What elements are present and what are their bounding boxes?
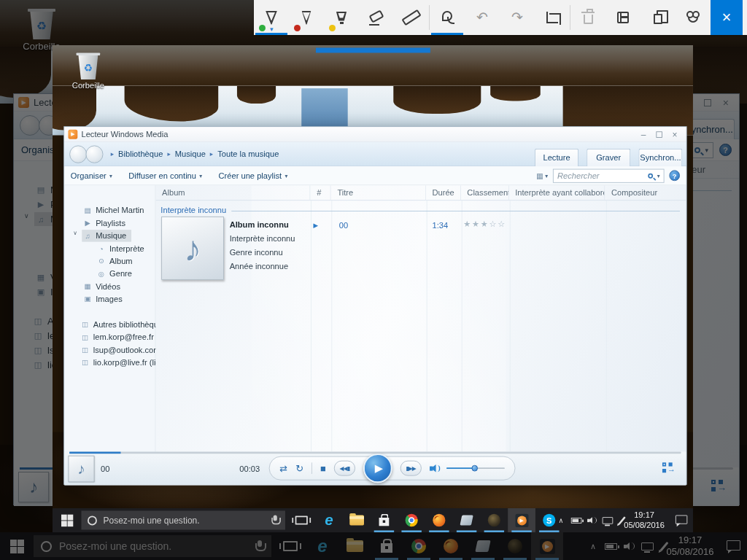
album-genre[interactable]: Genre inconnu — [230, 247, 283, 257]
cortana-search-box[interactable]: Posez-moi une question. — [81, 510, 285, 529]
tab-lecture[interactable]: Lecture — [535, 149, 578, 166]
tray-volume-icon[interactable] — [584, 508, 600, 532]
start-button[interactable] — [10, 540, 24, 553]
sidebar-item-michel-martin[interactable]: ▤Michel Martin — [83, 204, 144, 217]
start-button[interactable] — [61, 515, 73, 527]
view-options-button[interactable]: ▦ ▾ — [536, 171, 548, 180]
back-button[interactable] — [69, 145, 87, 163]
track-rating[interactable]: ★★★☆☆ — [463, 219, 506, 228]
column-number[interactable]: # — [311, 185, 331, 200]
cortana-search-box[interactable]: Posez-moi une question. — [34, 535, 271, 557]
action-center-button[interactable] — [676, 516, 687, 524]
forward-button[interactable] — [85, 145, 103, 163]
switch-to-now-playing-button[interactable]: → — [711, 480, 727, 493]
stop-button[interactable]: ■ — [320, 463, 326, 474]
maximize-button[interactable] — [704, 99, 711, 106]
save-button[interactable] — [605, 0, 640, 35]
sidebar-item-videos[interactable]: ▦Vidéos — [83, 281, 120, 293]
album-artist[interactable]: Interprète inconnu — [230, 233, 295, 243]
chevron-expand-icon[interactable]: ∨ — [24, 212, 29, 219]
pencil-tool[interactable] — [289, 0, 324, 35]
taskbar-clock[interactable]: 19:17 05/08/2016 — [661, 534, 719, 558]
help-button[interactable]: ? — [669, 170, 680, 181]
tray-show-hidden-icons[interactable]: ∧ — [554, 508, 568, 532]
taskbar-explorer-button[interactable] — [338, 532, 371, 560]
sidebar-item-musique[interactable]: ♫Musique — [82, 230, 131, 242]
touch-writing-tool[interactable] — [430, 0, 465, 35]
close-sketch-button[interactable]: × — [711, 0, 743, 35]
crop-tool[interactable] — [535, 0, 570, 35]
sidebar-item-lio-korp[interactable]: ◫lio.korp@live.fr (lio) — [81, 357, 163, 369]
back-button[interactable] — [20, 115, 40, 136]
tray-volume-icon[interactable] — [620, 532, 638, 560]
track-title[interactable]: 00 — [339, 220, 348, 230]
tray-network-icon[interactable] — [599, 508, 615, 532]
sidebar-item-images[interactable]: ▣Images — [83, 293, 123, 306]
column-interprete-collabore[interactable]: Interprète ayant collaboré — [509, 185, 605, 200]
taskbar-app-button[interactable] — [453, 508, 481, 532]
eraser-tool[interactable] — [359, 0, 394, 35]
menu-creer-playlist[interactable]: Créer une playlist▾ — [218, 171, 287, 180]
tray-network-icon[interactable] — [638, 532, 657, 560]
copy-button[interactable] — [640, 0, 676, 35]
volume-slider-thumb[interactable] — [472, 465, 479, 472]
sidebar-item-playlists[interactable]: ▶Playlists — [83, 217, 125, 230]
taskbar-app-button[interactable] — [467, 532, 499, 560]
taskbar-store-button[interactable] — [371, 508, 398, 532]
microphone-icon[interactable] — [255, 540, 264, 553]
taskbar-edge-button[interactable]: e — [315, 508, 343, 532]
breadcrumb-library[interactable]: Bibliothèque — [118, 149, 163, 159]
search-icon[interactable] — [694, 147, 700, 153]
play-pause-button[interactable]: ▶ — [363, 454, 392, 483]
task-view-button[interactable] — [295, 516, 308, 524]
ballpoint-pen-tool[interactable]: ▾ — [254, 0, 289, 35]
column-duree[interactable]: Durée — [426, 185, 461, 200]
captured-screenshot-canvas[interactable]: ♻ Corbeille ▶ Lecteur Windows Media – × … — [53, 45, 693, 532]
taskbar-chrome-button[interactable] — [403, 532, 435, 560]
mute-button[interactable] — [430, 464, 439, 473]
help-button[interactable]: ? — [719, 144, 732, 156]
action-center-button[interactable] — [727, 540, 740, 551]
tab-synchroniser[interactable]: Synchron... — [638, 149, 682, 166]
sidebar-item-album[interactable]: ⊙Album — [97, 255, 133, 268]
sidebar-item-autres-bibliotheques[interactable]: ◫Autres bibliothèques — [81, 319, 167, 331]
menu-diffuser[interactable]: Diffuser en continu▾ — [128, 171, 202, 180]
redo-button[interactable]: ↷ — [500, 0, 535, 35]
tray-battery-icon[interactable] — [568, 508, 584, 532]
delete-button[interactable] — [570, 0, 605, 35]
menu-organiser[interactable]: Organiser▾ — [71, 171, 112, 180]
previous-button[interactable]: ◀◀▮ — [334, 461, 355, 476]
taskbar-store-button[interactable] — [371, 532, 403, 560]
taskbar-app2-button[interactable] — [499, 532, 531, 560]
sidebar-item-lem-korp[interactable]: ◫lem.korp@free.fr (w — [81, 331, 165, 343]
album-art[interactable]: ♪ — [161, 217, 224, 280]
album-title[interactable]: Album inconnu — [230, 219, 289, 229]
taskbar-explorer-button[interactable] — [343, 508, 371, 532]
task-view-button[interactable] — [283, 541, 298, 551]
column-album[interactable]: Album — [155, 185, 310, 200]
taskbar-firefox-button[interactable] — [435, 532, 467, 560]
minimize-button[interactable]: – — [641, 129, 646, 139]
undo-button[interactable]: ↶ — [465, 0, 500, 35]
taskbar-clock[interactable]: 19:17 05/08/2016 — [619, 510, 670, 531]
ruler-tool[interactable] — [394, 0, 429, 35]
taskbar-edge-button[interactable]: e — [306, 532, 338, 560]
tray-show-hidden-icons[interactable]: ∧ — [585, 532, 601, 560]
taskbar-app2-button[interactable] — [480, 508, 508, 532]
taskbar-wmp-button[interactable]: ▶ — [531, 532, 563, 560]
recycle-bin[interactable]: ♻ Corbeille — [68, 52, 109, 90]
close-button[interactable]: × — [673, 129, 678, 139]
breadcrumb-all-music[interactable]: Toute la musique — [217, 149, 279, 159]
switch-to-now-playing-button[interactable]: → — [662, 462, 676, 474]
repeat-button[interactable]: ↻ — [295, 462, 303, 474]
column-titre[interactable]: Titre — [331, 185, 426, 200]
column-compositeur[interactable]: Compositeur — [605, 185, 686, 200]
chevron-expand-icon[interactable]: ∨ — [73, 230, 77, 236]
close-button[interactable]: × — [723, 97, 729, 109]
sidebar-item-genre[interactable]: ◎Genre — [97, 268, 132, 280]
chevron-down-icon[interactable]: ▾ — [270, 26, 274, 33]
volume-slider[interactable] — [446, 467, 505, 469]
tray-battery-icon[interactable] — [601, 532, 620, 560]
column-classement[interactable]: Classement — [461, 185, 509, 200]
sidebar-item-interprete[interactable]: ◔Interprète — [97, 243, 144, 255]
